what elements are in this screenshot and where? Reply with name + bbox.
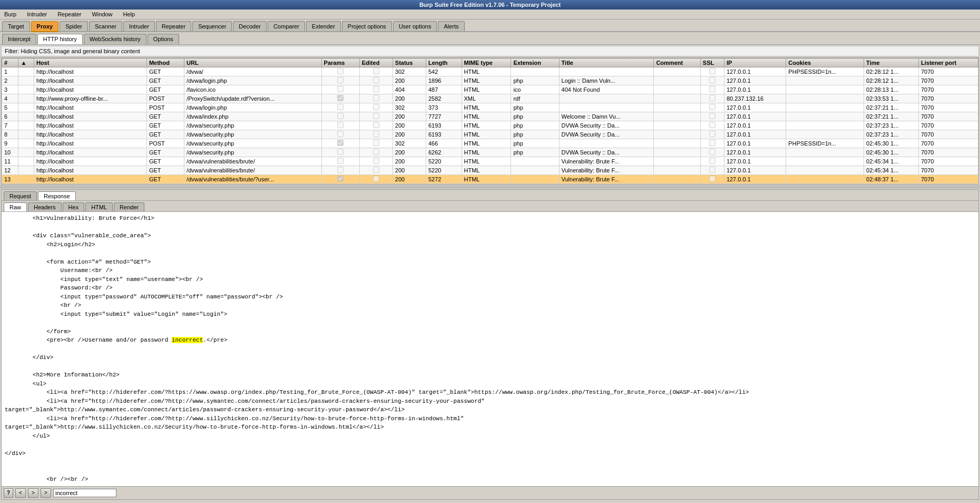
cell-title [559,139,654,148]
tab-response[interactable]: Response [38,191,76,200]
proxy-tab-websockets[interactable]: WebSockets history [84,34,146,44]
cell-port: 7070 [919,175,978,184]
menu-repeater[interactable]: Repeater [55,11,83,18]
proxy-tab-http-history[interactable]: HTTP history [37,34,83,44]
tab-project-options[interactable]: Project options [342,21,392,31]
col-header-method[interactable]: Method [146,59,184,67]
req-resp-tabs: Request Response [2,190,978,200]
tab-alerts[interactable]: Alerts [438,21,464,31]
table-row[interactable]: 4 http://www.proxy-offline-br... POST /P… [2,94,978,103]
cell-arrow [18,166,34,175]
cell-mime: HTML [462,175,511,184]
col-header-url[interactable]: URL [184,59,321,67]
tab-repeater[interactable]: Repeater [156,21,191,31]
table-row[interactable]: 2 http://localhost GET /dvwa/login.php 2… [2,76,978,85]
help-button[interactable]: ? [4,488,13,498]
table-row[interactable]: 3 http://localhost GET /favicon.ico 404 … [2,85,978,94]
tab-sequencer[interactable]: Sequencer [192,21,232,31]
cell-port: 7070 [919,76,978,85]
search-input[interactable] [53,489,116,497]
bottom-navigation: ? < > > [2,486,978,499]
tab-headers[interactable]: Headers [28,202,62,211]
menu-burp[interactable]: Burp [2,11,18,18]
tab-proxy[interactable]: Proxy [31,21,59,32]
tab-decoder[interactable]: Decoder [233,21,267,31]
tab-raw[interactable]: Raw [4,202,27,211]
menu-help[interactable]: Help [121,11,138,18]
cell-ssl [700,148,724,157]
cell-time: 02:45:30 1... [864,148,919,157]
cell-status: 404 [393,85,426,94]
prev-button[interactable]: < [15,488,26,498]
tab-target[interactable]: Target [2,21,30,31]
tab-comparer[interactable]: Comparer [268,21,305,31]
cell-title: Vulnerability: Brute F... [559,175,654,184]
cell-arrow [18,103,34,112]
proxy-tab-options[interactable]: Options [148,34,179,44]
col-header-comment[interactable]: Comment [654,59,700,67]
cell-length: 2582 [426,94,462,103]
menu-window[interactable]: Window [90,11,114,18]
table-row[interactable]: 9 http://localhost POST /dvwa/security.p… [2,139,978,148]
cell-mime: HTML [462,157,511,166]
cell-port: 7070 [919,121,978,130]
cell-url: /dvwa/vulnerabilities/brute/ [184,157,321,166]
col-header-length[interactable]: Length [426,59,462,67]
cell-ip: 127.0.0.1 [724,148,786,157]
menu-bar: Burp Intruder Repeater Window Help [0,9,980,20]
cell-title: Vulnerability: Brute F... [559,166,654,175]
tab-scanner[interactable]: Scanner [89,21,122,31]
cell-arrow [18,175,34,184]
filter-bar[interactable]: Filter: Hiding CSS, image and general bi… [1,46,979,56]
table-row[interactable]: 13 http://localhost GET /dvwa/vulnerabil… [2,175,978,184]
col-header-mime[interactable]: MIME type [462,59,511,67]
table-row[interactable]: 8 http://localhost GET /dvwa/security.ph… [2,130,978,139]
col-header-status[interactable]: Status [393,59,426,67]
table-row[interactable]: 10 http://localhost GET /dvwa/security.p… [2,148,978,157]
table-row[interactable]: 1 http://localhost GET /dvwa/ 302 542 HT… [2,67,978,76]
col-header-port[interactable]: Listener port [919,59,978,67]
col-header-ssl[interactable]: SSL [700,59,724,67]
tab-extender[interactable]: Extender [306,21,341,31]
col-header-edited[interactable]: Edited [359,59,393,67]
col-header-ext[interactable]: Extension [511,59,559,67]
cell-host: http://www.proxy-offline-br... [34,94,146,103]
col-header-cookies[interactable]: Cookies [786,59,864,67]
cell-cookies [786,94,864,103]
col-header-num[interactable]: # [2,59,18,67]
table-row[interactable]: 12 http://localhost GET /dvwa/vulnerabil… [2,166,978,175]
tab-user-options[interactable]: User options [393,21,437,31]
col-header-time[interactable]: Time [864,59,919,67]
cell-host: http://localhost [34,130,146,139]
proxy-tab-intercept[interactable]: Intercept [2,34,36,44]
table-row[interactable]: 11 http://localhost GET /dvwa/vulnerabil… [2,157,978,166]
table-row[interactable]: 5 http://localhost POST /dvwa/login.php … [2,103,978,112]
tab-html[interactable]: HTML [85,202,113,211]
cell-ip: 127.0.0.1 [724,166,786,175]
col-header-title[interactable]: Title [559,59,654,67]
table-row[interactable]: 7 http://localhost GET /dvwa/security.ph… [2,121,978,130]
cell-id: 13 [2,175,18,184]
cell-ssl [700,67,724,76]
tab-hex[interactable]: Hex [63,202,85,211]
col-header-host[interactable]: Host [34,59,146,67]
cell-time: 02:28:12 1... [864,67,919,76]
menu-intruder[interactable]: Intruder [25,11,49,18]
tab-spider[interactable]: Spider [60,21,88,31]
tab-intruder[interactable]: Intruder [123,21,155,31]
cell-params [321,139,359,148]
proxy-tabs: Intercept HTTP history WebSockets histor… [0,32,980,45]
cell-method: GET [146,67,184,76]
tab-render[interactable]: Render [114,202,144,211]
col-header-params[interactable]: Params [321,59,359,67]
next-button[interactable]: > [28,488,38,498]
table-row[interactable]: 6 http://localhost GET /dvwa/index.php 2… [2,112,978,121]
tab-request[interactable]: Request [4,191,37,200]
col-header-arrow[interactable]: ▲ [18,59,34,67]
forward-button[interactable]: > [41,488,51,498]
cell-url: /dvwa/login.php [184,76,321,85]
cell-cookies [786,103,864,112]
col-header-ip[interactable]: IP [724,59,786,67]
panel-divider[interactable] [0,186,980,188]
cell-ssl [700,76,724,85]
